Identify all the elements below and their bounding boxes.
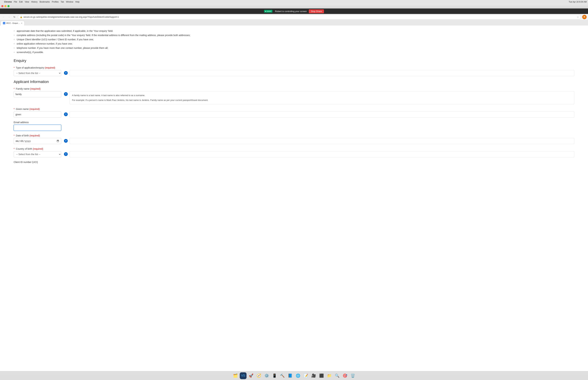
dock-files[interactable]: 📁 [326,372,333,379]
tab-favicon: G [3,22,5,24]
email-input[interactable] [14,125,61,131]
bullet-item-3: Unique Client Identifier (UCI) number / … [14,38,574,42]
given-name-group: * Given name (required) ? [14,108,574,117]
dob-input[interactable] [14,138,61,144]
required-star-family: * [14,87,15,90]
refresh-button[interactable]: ↻ [12,15,17,19]
country-help-icon[interactable]: ? [64,152,68,156]
given-help-icon[interactable]: ? [64,113,68,116]
dock: 🗂️ VS 🚀 🧭 ⚙️ 📱 🔨 📘 🌐 📝 🎥 ⬛ 📁 🔍 🎯 🗑️ [0,371,588,380]
dob-label: * Date of birth (required) [14,134,574,137]
type-help-icon[interactable]: ? [64,71,68,75]
browser-toolbar: ← → ↻ 🔒 secure.cic.gc.ca/enquiries-rense… [0,14,588,20]
country-birth-select[interactable]: -- Select from the list -- [14,151,61,157]
dock-launchpad[interactable]: 🚀 [247,372,254,379]
zoom-controlling-text: Robert is controlling your screen [275,10,307,13]
dock-systemprefs[interactable]: ⚙️ [263,372,270,379]
required-star-type: * [14,66,15,69]
menu-view[interactable]: View [25,1,29,3]
country-birth-input-col: -- Select from the list -- [14,151,61,157]
zoom-indicator: ● zoom [264,10,272,13]
bullet-item-4: online application reference number, if … [14,42,574,46]
address-bar[interactable]: 🔒 secure.cic.gc.ca/enquiries-renseigneme… [18,15,581,19]
dock-finder[interactable]: 🗂️ [232,372,239,379]
required-text-country: (required) [33,148,43,150]
family-name-row: ? A family name is a last name. A last n… [14,91,574,104]
country-birth-group: * Country of birth (required) -- Select … [14,148,574,157]
given-info-box [69,112,574,117]
bullet-item-5: telephone number. If you have more than … [14,46,574,50]
family-name-help-col: ? A family name is a last name. A last n… [64,91,574,104]
dock-target[interactable]: 🎯 [341,372,348,379]
given-name-input-col [14,112,61,117]
traffic-lights [1,5,10,7]
dock-search[interactable]: 🔍 [334,372,341,379]
country-info-box [69,151,574,157]
dock-xcode[interactable]: 🔨 [279,372,286,379]
type-of-application-help-col: ? [64,70,574,76]
dob-help-col: ? [64,138,574,144]
required-star-country: * [14,148,15,150]
applicant-section-title: Applicant Information [14,80,574,84]
given-name-input[interactable] [14,112,61,117]
required-star-given: * [14,108,15,110]
family-help-text-2: For example: If a person's name is Mark … [72,98,572,102]
type-of-application-select[interactable]: -- Select from the list -- [14,70,61,76]
profile-avatar[interactable]: R [582,15,587,19]
dob-input-col [14,138,61,144]
close-button[interactable] [1,5,3,7]
family-name-input-col [14,91,61,97]
menu-history[interactable]: History [31,1,38,3]
type-of-application-group: * Type of application/enquiry (required)… [14,66,574,76]
dock-safari[interactable]: 🧭 [255,372,262,379]
titlebar [0,4,588,8]
dock-vscode[interactable]: VS [240,372,247,379]
bullet-item-2: complete address (including the postal c… [14,33,574,38]
bullet-item-6: screenshot(s), if possible. [14,50,574,55]
menu-file[interactable]: File [14,1,17,3]
family-name-input[interactable] [14,91,61,97]
dock-terminal[interactable]: ⬛ [318,372,325,379]
menu-bookmarks[interactable]: Bookmarks [40,1,50,3]
menu-window[interactable]: Window [66,1,73,3]
country-birth-help-col: ? [64,151,574,157]
required-text-type: (required) [45,66,55,69]
dock-zoom[interactable]: 🎥 [310,372,317,379]
dock-notes[interactable]: 📝 [302,372,309,379]
tab-close-icon[interactable]: ✕ [21,22,22,24]
dock-chrome[interactable]: 🌐 [295,372,301,379]
menu-edit[interactable]: Edit [19,1,23,3]
required-text-given: (required) [29,108,40,110]
bookmark-icon[interactable]: ☆ [577,16,579,18]
dob-row: ? [14,138,574,144]
minimize-button[interactable] [4,5,6,7]
back-button[interactable]: ← [1,15,6,19]
forward-button[interactable]: → [7,15,11,19]
stop-share-button[interactable]: Stop Share [309,9,324,13]
family-help-icon[interactable]: ? [64,92,68,96]
type-info-box [69,70,574,76]
type-of-application-row: -- Select from the list -- ? [14,70,574,76]
given-name-row: ? [14,112,574,117]
required-text-dob: (required) [30,134,40,137]
tab-label: IRCC - Enquiries [6,22,20,24]
family-name-label: * Family name (required) [14,87,574,90]
menu-profiles[interactable]: Profiles [52,1,59,3]
dob-help-icon[interactable]: ? [64,139,68,143]
dock-trash[interactable]: 🗑️ [349,372,356,379]
dock-word[interactable]: 📘 [287,372,293,379]
address-text: secure.cic.gc.ca/enquiries-renseignement… [23,16,119,18]
tabs-bar: G IRCC - Enquiries ✕ [0,20,588,25]
type-of-application-input-col: -- Select from the list -- [14,70,61,76]
given-name-label: * Given name (required) [14,108,574,110]
email-group: Email address [14,121,574,131]
family-info-box: A family name is a last name. A last nam… [69,91,574,104]
menu-tab[interactable]: Tab [61,1,64,3]
dock-simulator[interactable]: 📱 [271,372,278,379]
maximize-button[interactable] [7,5,10,7]
active-tab[interactable]: G IRCC - Enquiries ✕ [1,21,24,25]
main-content: approximate date that the application wa… [0,25,588,375]
menu-help[interactable]: Help [75,1,80,3]
country-birth-row: -- Select from the list -- ? [14,151,574,157]
email-input-col [14,125,61,131]
